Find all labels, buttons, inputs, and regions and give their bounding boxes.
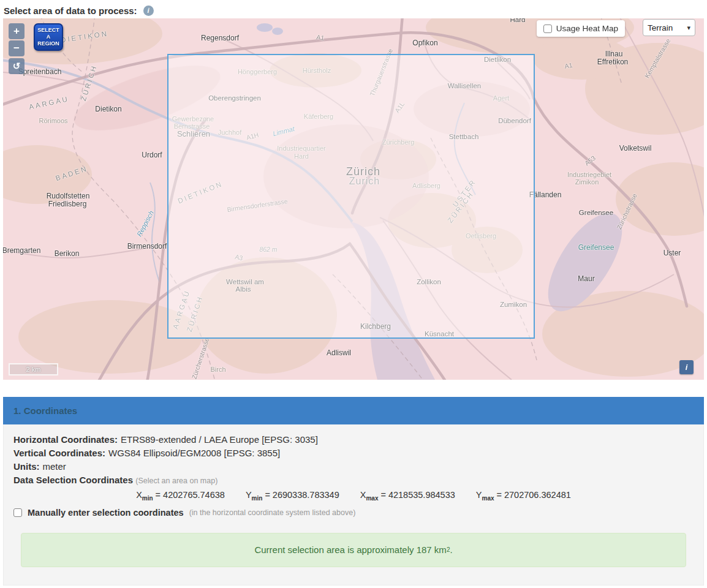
map-place-label: Reppisch [135, 209, 155, 238]
map-place-label: Uster [664, 249, 681, 257]
scale-bar: 2 km [9, 363, 58, 375]
manual-coordinates-note: (in the horizontal coordinate system lis… [189, 506, 356, 519]
map-canvas[interactable]: SpreitenbachDIETIKONZÜRICHAARGAUDietikon… [3, 18, 704, 380]
map-place-label: ZÜRICH [80, 64, 98, 102]
map-place-label: Zimikon [575, 178, 599, 186]
page-header: Select area of data to process: i [0, 0, 707, 18]
map-place-label: A53 [583, 154, 597, 167]
map-place-label: Greifensee [579, 209, 613, 216]
coordinates-panel: 1. Coordinates Horizontal Coordinates:ET… [3, 397, 704, 586]
usage-heatmap-label: Usage Heat Map [556, 24, 618, 33]
selection-area-text: Current selection area is approximately … [254, 545, 446, 555]
data-selection-note: (Select an area on map) [135, 477, 217, 485]
map-place-label: Opfikon [412, 39, 437, 47]
map-place-label: Volketswil [619, 144, 652, 153]
xmax-coordinate: Xmax=4218535.984533 [360, 490, 455, 500]
map-place-label: Dietikon [95, 105, 121, 113]
map-place-label: Berikon [55, 249, 80, 258]
map-info-button[interactable]: i [679, 360, 694, 374]
xmin-value: 4202765.74638 [163, 490, 225, 500]
manual-coordinates-checkbox[interactable] [13, 508, 22, 517]
map-place-label: Effretikon [597, 58, 628, 66]
basemap-select[interactable]: Terrain ▾ [643, 19, 695, 36]
map-place-label: Birmensdorf [127, 242, 167, 251]
vertical-coordinates-row: Vertical Coordinates:WGS84 Ellipsoid/EGM… [13, 447, 694, 460]
selection-rectangle[interactable] [167, 54, 535, 339]
map-place-label: Illnau [605, 50, 623, 58]
units-value: meter [43, 461, 66, 472]
data-selection-row: Data Selection Coordinates (Select an ar… [13, 473, 694, 488]
map-place-label: Greifensee [578, 243, 614, 252]
map-place-label: BADEN [55, 165, 89, 182]
map-place-label: Spreitenbach [18, 67, 62, 76]
ymax-coordinate: Ymax=2702706.362481 [476, 490, 571, 500]
map-place-label: Industriegebiet [567, 171, 611, 178]
chevron-down-icon: ▾ [687, 24, 690, 32]
map-place-label: A1 [316, 33, 325, 42]
ymax-value: 2702706.362481 [504, 490, 571, 500]
map-place-label: Friedlisberg [48, 200, 87, 208]
map-place-label: Urdorf [142, 151, 162, 159]
map-place-label: AARGAU [28, 95, 70, 111]
zoom-in-button[interactable]: + [9, 23, 25, 39]
info-icon[interactable]: i [143, 6, 154, 16]
map-place-label: Regensdorf [201, 34, 239, 42]
select-region-button[interactable]: SELECT A REGION [34, 23, 63, 51]
manual-coordinates-label: Manually enter selection coordinates [28, 506, 184, 519]
selection-area-suffix: . [450, 545, 452, 555]
select-region-label-line3: REGION [35, 40, 62, 47]
data-selection-label: Data Selection Coordinates [13, 475, 133, 485]
map-place-label: Maur [578, 274, 594, 283]
selection-coordinates: Xmin=4202765.74638 Ymin=2690338.783349 X… [13, 488, 694, 506]
map-place-label: Zürichstrasse [615, 192, 638, 230]
horizontal-coordinates-row: Horizontal Coordinates:ETRS89-extended /… [13, 433, 694, 447]
ymin-value: 2690338.783349 [273, 490, 339, 500]
horizontal-coordinates-label: Horizontal Coordinates: [13, 434, 118, 445]
coordinates-panel-header: 1. Coordinates [3, 397, 704, 424]
map-place-label: Rudolfstetten [47, 192, 90, 200]
vertical-coordinates-label: Vertical Coordinates: [13, 448, 105, 458]
horizontal-coordinates-value: ETRS89-extended / LAEA Europe [EPSG: 303… [121, 434, 318, 445]
map-place-label: Birch [210, 366, 225, 373]
vertical-coordinates-value: WGS84 Ellipsoid/EGM2008 [EPSG: 3855] [108, 448, 280, 458]
map-place-label: Kemptalstrasse [643, 37, 672, 80]
ymin-coordinate: Ymin=2690338.783349 [246, 490, 339, 500]
map-place-label: Adliswil [327, 349, 351, 357]
manual-coordinates-row: Manually enter selection coordinates (in… [13, 506, 694, 519]
select-region-label-line2: A [35, 34, 62, 40]
page-title: Select area of data to process: [4, 6, 137, 16]
usage-heatmap-control: Usage Heat Map [537, 20, 625, 37]
basemap-selected-value: Terrain [648, 23, 673, 32]
map-place-label: Hard [510, 18, 526, 23]
units-label: Units: [13, 461, 40, 472]
map-place-label: A1 [564, 61, 573, 70]
xmin-coordinate: Xmin=4202765.74638 [136, 490, 225, 500]
map-place-label: Zürcherstrasse [190, 337, 210, 380]
map-place-label: Bremgarten [3, 246, 40, 255]
units-row: Units:meter [13, 460, 694, 473]
map-place-label: Rörimoos [39, 117, 67, 124]
zoom-out-button[interactable]: − [9, 40, 25, 56]
selection-area-alert: Current selection area is approximately … [21, 533, 686, 567]
reset-view-button[interactable]: ↺ [9, 58, 25, 74]
coordinates-panel-body: Horizontal Coordinates:ETRS89-extended /… [3, 424, 704, 586]
map-place-label: DIETIKON [60, 30, 108, 44]
xmax-value: 4218535.984533 [388, 490, 455, 500]
select-region-label-line1: SELECT [35, 27, 62, 34]
usage-heatmap-checkbox[interactable] [543, 24, 552, 33]
